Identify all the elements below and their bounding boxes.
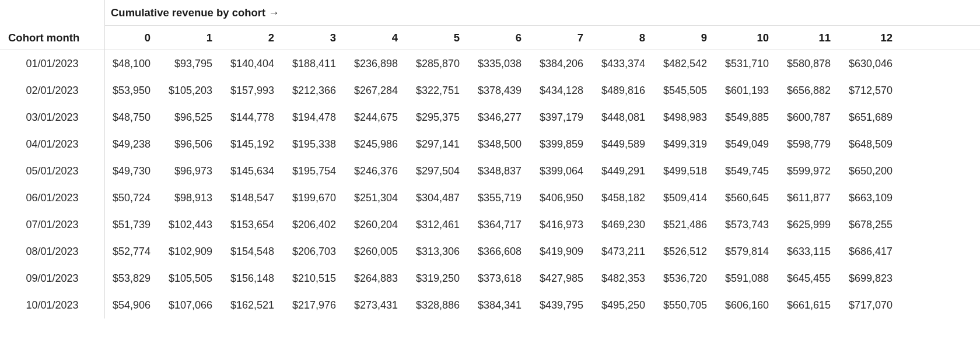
table-cell: $498,983 <box>656 111 718 124</box>
title-spacer <box>0 0 104 26</box>
table-cell: $285,870 <box>408 58 470 70</box>
table-cell: $448,081 <box>594 111 656 124</box>
table-cell: $251,304 <box>346 192 408 204</box>
table-cell: $579,814 <box>718 246 779 258</box>
table-cell: $399,859 <box>532 138 594 150</box>
table-cell: $49,238 <box>105 138 161 150</box>
table-cell: $499,319 <box>656 138 718 150</box>
table-cell: $96,525 <box>161 111 223 124</box>
table-cell: $384,206 <box>532 58 594 70</box>
table-cell: $52,774 <box>105 246 161 258</box>
table-cell: $580,878 <box>779 58 841 70</box>
table-cell: $378,439 <box>470 85 532 97</box>
table-cell: $545,505 <box>656 85 718 97</box>
column-headers-row: 0123456789101112 <box>105 26 980 50</box>
row-label: 04/01/2023 <box>0 131 104 158</box>
table-cell: $102,909 <box>161 246 223 258</box>
table-cell: $102,443 <box>161 219 223 231</box>
table-cell: $53,829 <box>105 272 161 285</box>
table-cell: $96,506 <box>161 138 223 150</box>
table-cell: $245,986 <box>346 138 408 150</box>
table-cell: $598,779 <box>779 138 841 150</box>
table-cell: $335,038 <box>470 58 532 70</box>
table-title: Cumulative revenue by cohort → <box>105 0 980 26</box>
table-cell: $549,745 <box>718 165 779 177</box>
row-label: 09/01/2023 <box>0 265 104 292</box>
table-cell: $156,148 <box>223 272 285 285</box>
table-cell: $427,985 <box>532 272 594 285</box>
table-cell: $162,521 <box>223 299 285 312</box>
first-column: Cohort month 01/01/202302/01/202303/01/2… <box>0 0 105 318</box>
table-row: $49,238$96,506$145,192$195,338$245,986$2… <box>105 131 980 158</box>
table-row: $48,100$93,795$140,404$188,411$236,898$2… <box>105 50 980 77</box>
table-cell: $648,509 <box>841 138 903 150</box>
row-label: 05/01/2023 <box>0 158 104 184</box>
table-cell: $188,411 <box>285 58 346 70</box>
table-cell: $601,193 <box>718 85 779 97</box>
table-cell: $210,515 <box>285 272 346 285</box>
column-header: 1 <box>161 32 223 44</box>
table-cell: $212,366 <box>285 85 346 97</box>
table-cell: $364,717 <box>470 219 532 231</box>
table-cell: $98,913 <box>161 192 223 204</box>
table-cell: $260,204 <box>346 219 408 231</box>
table-cell: $633,115 <box>779 246 841 258</box>
table-cell: $206,703 <box>285 246 346 258</box>
row-label: 01/01/2023 <box>0 50 104 77</box>
table-cell: $712,570 <box>841 85 903 97</box>
table-cell: $53,950 <box>105 85 161 97</box>
table-cell: $105,203 <box>161 85 223 97</box>
table-cell: $591,088 <box>718 272 779 285</box>
table-cell: $645,455 <box>779 272 841 285</box>
table-cell: $449,589 <box>594 138 656 150</box>
table-cell: $549,049 <box>718 138 779 150</box>
table-cell: $319,250 <box>408 272 470 285</box>
column-header: 9 <box>656 32 718 44</box>
table-cell: $384,341 <box>470 299 532 312</box>
column-header: 2 <box>223 32 285 44</box>
table-cell: $416,973 <box>532 219 594 231</box>
table-cell: $434,128 <box>532 85 594 97</box>
table-cell: $656,882 <box>779 85 841 97</box>
table-row: $49,730$96,973$145,634$195,754$246,376$2… <box>105 158 980 184</box>
table-cell: $482,353 <box>594 272 656 285</box>
table-cell: $54,906 <box>105 299 161 312</box>
table-cell: $419,909 <box>532 246 594 258</box>
table-cell: $469,230 <box>594 219 656 231</box>
column-header: 7 <box>532 32 594 44</box>
table-cell: $521,486 <box>656 219 718 231</box>
table-cell: $145,634 <box>223 165 285 177</box>
table-cell: $458,182 <box>594 192 656 204</box>
table-row: $51,739$102,443$153,654$206,402$260,204$… <box>105 211 980 238</box>
table-cell: $199,670 <box>285 192 346 204</box>
table-cell: $509,414 <box>656 192 718 204</box>
table-cell: $267,284 <box>346 85 408 97</box>
table-cell: $195,754 <box>285 165 346 177</box>
table-cell: $145,192 <box>223 138 285 150</box>
column-header: 12 <box>841 32 903 44</box>
table-cell: $157,993 <box>223 85 285 97</box>
table-cell: $439,795 <box>532 299 594 312</box>
row-label: 03/01/2023 <box>0 104 104 131</box>
table-cell: $105,505 <box>161 272 223 285</box>
table-cell: $48,100 <box>105 58 161 70</box>
cohort-table: Cohort month 01/01/202302/01/202303/01/2… <box>0 0 980 318</box>
first-col-header: Cohort month <box>0 26 104 50</box>
table-cell: $140,404 <box>223 58 285 70</box>
table-cell: $449,291 <box>594 165 656 177</box>
table-cell: $348,500 <box>470 138 532 150</box>
table-cell: $536,720 <box>656 272 718 285</box>
data-area: Cumulative revenue by cohort → 012345678… <box>105 0 980 318</box>
row-label: 07/01/2023 <box>0 211 104 238</box>
table-cell: $236,898 <box>346 58 408 70</box>
table-cell: $600,787 <box>779 111 841 124</box>
table-cell: $244,675 <box>346 111 408 124</box>
table-cell: $48,750 <box>105 111 161 124</box>
table-cell: $549,885 <box>718 111 779 124</box>
column-header: 5 <box>408 32 470 44</box>
table-cell: $489,816 <box>594 85 656 97</box>
table-cell: $144,778 <box>223 111 285 124</box>
column-header: 3 <box>285 32 346 44</box>
table-cell: $355,719 <box>470 192 532 204</box>
row-label: 06/01/2023 <box>0 184 104 211</box>
